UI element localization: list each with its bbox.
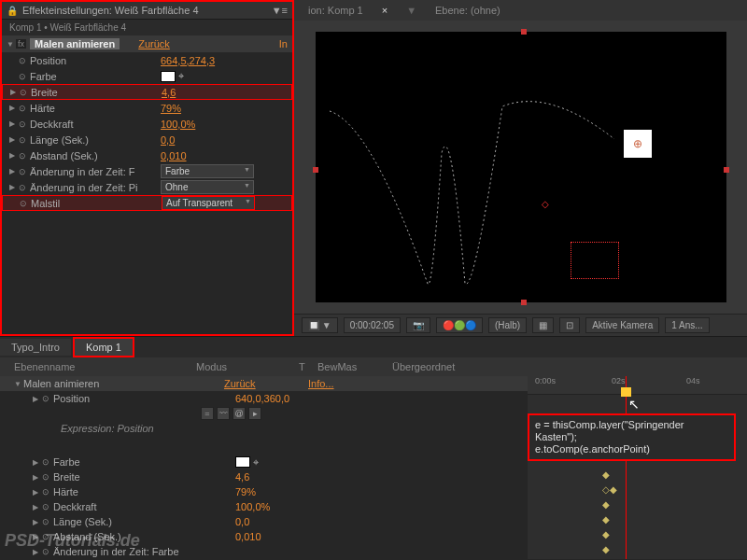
keyframe-icon[interactable]: ◆: [602, 499, 610, 510]
white-box-layer[interactable]: [624, 130, 652, 158]
property-value[interactable]: 100,0%: [161, 119, 195, 130]
timeline-property-row[interactable]: ▶⊙Härte79%: [0, 484, 528, 499]
zoom-dropdown[interactable]: 🔲 ▼: [302, 317, 338, 333]
keyframe-icon[interactable]: ◆: [602, 529, 610, 539]
stopwatch-icon[interactable]: ⊙: [42, 502, 53, 511]
grid-icon[interactable]: ▦: [532, 317, 554, 333]
timeline-property-row[interactable]: ▶⊙Position640,0,360,0: [0, 391, 528, 406]
stopwatch-icon[interactable]: ⊙: [42, 517, 53, 526]
triangle-icon[interactable]: ▶: [33, 458, 42, 467]
dropdown[interactable]: Ohne: [161, 180, 254, 194]
canvas[interactable]: ◇: [294, 21, 747, 314]
property-row[interactable]: ▶⊙Länge (Sek.)0,0: [2, 132, 292, 147]
property-row[interactable]: ▶⊙Änderung in der Zeit: PiOhne: [2, 179, 292, 195]
col-mode[interactable]: Modus: [196, 361, 299, 372]
timecode[interactable]: 0:00:02:05: [344, 317, 401, 333]
triangle-icon[interactable]: ▶: [33, 503, 42, 511]
property-value[interactable]: 79%: [161, 103, 181, 114]
layer-row[interactable]: ▼ Malen animieren Zurück Info...: [0, 376, 528, 391]
stopwatch-icon[interactable]: ⊙: [19, 167, 30, 176]
property-row[interactable]: ▶⊙Abstand (Sek.)0,010: [2, 147, 292, 163]
triangle-icon[interactable]: ▶: [9, 119, 19, 128]
triangle-icon[interactable]: ▶: [33, 473, 42, 482]
views-dropdown[interactable]: 1 Ans...: [665, 317, 709, 333]
info-link[interactable]: In: [279, 38, 288, 49]
stopwatch-icon[interactable]: ⊙: [20, 199, 31, 208]
eyedropper-icon[interactable]: ⌖: [253, 456, 259, 469]
timeline-property-row[interactable]: ▶⊙Breite4,6: [0, 469, 528, 484]
time-column[interactable]: 0:00s 02s 04s ↖ e = thisComp.layer("Spri…: [528, 376, 747, 559]
viewer-tab-comp[interactable]: ion: Komp 1: [308, 5, 363, 16]
col-mask[interactable]: BewMas: [317, 361, 392, 372]
timeline-property-row[interactable]: ▶⊙Länge (Sek.)0,0: [0, 514, 528, 529]
property-value[interactable]: 4,6: [162, 87, 176, 98]
stopwatch-icon[interactable]: ⊙: [19, 104, 30, 113]
triangle-icon[interactable]: ▼: [14, 380, 23, 388]
timeline-property-row[interactable]: ▶⊙Deckkraft100,0%: [0, 499, 528, 514]
property-value[interactable]: 0,010: [235, 531, 261, 542]
lock-icon[interactable]: 🔒: [7, 6, 18, 16]
stopwatch-icon[interactable]: ⊙: [19, 183, 30, 192]
triangle-icon[interactable]: ▼: [7, 40, 16, 49]
keyframe-icon[interactable]: ◆: [602, 544, 610, 554]
stopwatch-icon[interactable]: ⊙: [42, 457, 53, 467]
property-value[interactable]: 79%: [235, 486, 256, 497]
panel-menu-icon[interactable]: ▼≡: [272, 5, 288, 16]
keyframe-icon[interactable]: ◇◆: [602, 484, 617, 495]
composition-view[interactable]: ◇: [316, 32, 726, 302]
tab-typo-intro[interactable]: Typo_Intro: [0, 339, 71, 356]
expr-toggle-icon[interactable]: =: [201, 407, 214, 420]
triangle-icon[interactable]: ▶: [9, 151, 19, 160]
triangle-icon[interactable]: ▶: [9, 135, 19, 144]
reset-link[interactable]: Zurück: [224, 378, 256, 389]
stopwatch-icon[interactable]: ⊙: [20, 88, 31, 97]
expr-menu-icon[interactable]: ▸: [248, 407, 261, 420]
info-link[interactable]: Info...: [308, 378, 334, 389]
property-value[interactable]: 0,0: [161, 134, 175, 146]
stopwatch-icon[interactable]: ⊙: [19, 56, 30, 65]
property-value[interactable]: 4,6: [235, 471, 249, 483]
property-value[interactable]: 664,5,274,3: [161, 55, 215, 66]
fx-badge[interactable]: fx: [16, 39, 26, 49]
property-value[interactable]: 100,0%: [235, 501, 270, 512]
dropdown[interactable]: Auf Transparent: [162, 196, 255, 210]
stopwatch-icon[interactable]: ⊙: [19, 119, 30, 129]
property-row[interactable]: ⊙Farbe⌖: [2, 68, 292, 84]
dropdown[interactable]: Farbe: [161, 164, 254, 178]
stopwatch-icon[interactable]: ⊙: [42, 472, 53, 482]
keyframe-icon[interactable]: ◆: [602, 514, 610, 525]
color-swatch[interactable]: [161, 71, 176, 82]
triangle-icon[interactable]: ▶: [33, 395, 42, 403]
property-row[interactable]: ▶⊙Deckkraft100,0%: [2, 116, 292, 132]
col-t[interactable]: T: [299, 361, 317, 372]
mask-icon[interactable]: ⊡: [559, 317, 580, 333]
viewer-tab-layer[interactable]: Ebene: (ohne): [435, 5, 500, 16]
stopwatch-icon[interactable]: ⊙: [42, 487, 53, 497]
expr-pickwhip-icon[interactable]: @: [233, 407, 246, 420]
time-ruler[interactable]: 0:00s 02s 04s: [528, 376, 747, 395]
stopwatch-icon[interactable]: ⊙: [19, 151, 30, 161]
keyframe-icon[interactable]: ◆: [602, 469, 610, 480]
property-value[interactable]: 0,010: [161, 150, 187, 161]
eyedropper-icon[interactable]: ⌖: [178, 70, 184, 82]
reset-link[interactable]: Zurück: [138, 38, 170, 49]
stopwatch-icon[interactable]: ⊙: [42, 394, 53, 403]
triangle-icon[interactable]: ▶: [9, 104, 19, 112]
triangle-icon[interactable]: ▶: [9, 167, 19, 175]
camera-dropdown[interactable]: Aktive Kamera: [585, 317, 659, 333]
property-row[interactable]: ▶⊙Breite4,6: [2, 84, 292, 100]
property-row[interactable]: ⊙MalstilAuf Transparent: [2, 195, 292, 211]
channels-icon[interactable]: 🔴🟢🔵: [436, 317, 483, 333]
property-row[interactable]: ▶⊙Änderung in der Zeit: FFarbe: [2, 163, 292, 179]
snapshot-icon[interactable]: 📷: [406, 317, 430, 333]
effect-header[interactable]: ▼ fx Malen animieren Zurück In: [2, 35, 292, 52]
property-row[interactable]: ⊙Position664,5,274,3: [2, 52, 292, 68]
expression-editor[interactable]: e = thisComp.layer("Springender Kasten")…: [528, 413, 736, 461]
col-parent[interactable]: Übergeordnet: [392, 361, 514, 372]
triangle-icon[interactable]: ▶: [33, 488, 42, 497]
triangle-icon[interactable]: ▶: [33, 518, 42, 526]
expr-graph-icon[interactable]: 〰: [217, 407, 230, 420]
stopwatch-icon[interactable]: ⊙: [19, 135, 30, 145]
timeline-property-row[interactable]: ▶⊙Farbe⌖: [0, 455, 528, 469]
color-swatch[interactable]: [235, 456, 250, 468]
